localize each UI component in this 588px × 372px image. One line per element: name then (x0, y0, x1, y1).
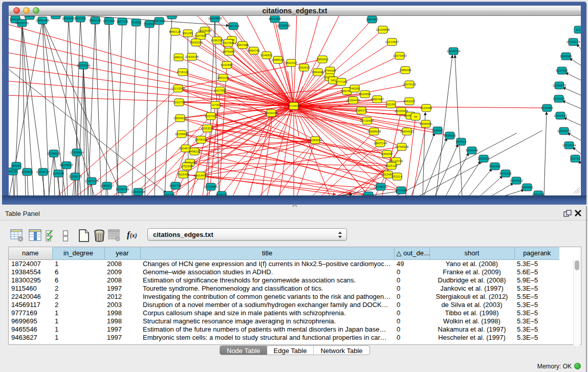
svg-text:8878334: 8878334 (195, 138, 207, 141)
svg-text:98901: 98901 (175, 56, 183, 59)
svg-text:12923468: 12923468 (132, 190, 145, 193)
svg-text:44: 44 (414, 115, 418, 118)
svg-text:8427552: 8427552 (214, 89, 226, 92)
svg-text:9657791: 9657791 (169, 184, 182, 187)
svg-text:90975887: 90975887 (60, 164, 74, 167)
svg-text:7955812: 7955812 (316, 58, 329, 61)
svg-text:7386372: 7386372 (355, 109, 367, 112)
svg-text:2654235: 2654235 (166, 16, 178, 17)
svg-text:16543382: 16543382 (189, 41, 203, 44)
svg-text:7632621: 7632621 (489, 165, 501, 168)
svg-text:10653267: 10653267 (62, 17, 76, 20)
svg-text:17359924: 17359924 (70, 151, 84, 154)
svg-text:10688609: 10688609 (367, 130, 381, 133)
svg-text:751552: 751552 (131, 21, 142, 24)
svg-text:4752553: 4752553 (181, 165, 193, 168)
svg-text:7485063: 7485063 (399, 69, 411, 72)
svg-text:8495931: 8495931 (362, 194, 375, 195)
svg-text:1010755: 1010755 (173, 101, 185, 104)
svg-text:9115460: 9115460 (421, 106, 433, 110)
svg-text:16914479: 16914479 (194, 174, 208, 177)
svg-text:2367608: 2367608 (236, 43, 249, 47)
svg-text:7857224: 7857224 (227, 25, 239, 28)
svg-text:9777169: 9777169 (335, 80, 347, 83)
svg-text:746266: 746266 (350, 87, 360, 90)
svg-text:8990448: 8990448 (312, 71, 324, 74)
svg-text:20891406: 20891406 (36, 19, 50, 22)
svg-text:19055721: 19055721 (15, 21, 29, 25)
svg-text:22420046: 22420046 (185, 55, 199, 58)
svg-text:6966160: 6966160 (89, 19, 101, 22)
svg-text:8875685: 8875685 (223, 50, 235, 53)
svg-text:9327505: 9327505 (194, 34, 207, 37)
svg-text:12975115: 12975115 (403, 83, 417, 86)
svg-text:15716485: 15716485 (204, 185, 218, 188)
svg-text:8186328: 8186328 (211, 39, 223, 42)
svg-text:585061: 585061 (11, 164, 22, 167)
svg-text:12093873: 12093873 (553, 84, 567, 87)
svg-text:0341316: 0341316 (532, 193, 545, 195)
svg-text:12213967: 12213967 (385, 40, 399, 43)
svg-text:1145194: 1145194 (53, 172, 65, 175)
svg-text:1667135: 1667135 (116, 20, 128, 23)
svg-text:19756928: 19756928 (395, 145, 409, 148)
svg-text:9242848: 9242848 (221, 63, 233, 67)
svg-text:11700: 11700 (211, 103, 220, 106)
svg-text:16210643: 16210643 (554, 114, 568, 117)
svg-text:3624554: 3624554 (359, 93, 371, 96)
svg-text:8637940: 8637940 (153, 19, 165, 23)
svg-text:19654925: 19654925 (173, 117, 187, 120)
svg-text:18807249: 18807249 (374, 142, 387, 145)
svg-text:18300295: 18300295 (265, 112, 278, 115)
svg-text:5498222: 5498222 (188, 150, 201, 153)
svg-text:8267110: 8267110 (205, 115, 217, 118)
svg-text:9327505: 9327505 (222, 41, 234, 45)
svg-text:1161559: 1161559 (163, 193, 176, 195)
svg-text:19654923: 19654923 (400, 130, 414, 133)
svg-text:1071915: 1071915 (103, 19, 115, 23)
svg-text:16154808: 16154808 (376, 28, 390, 31)
svg-text:8860124: 8860124 (169, 30, 181, 33)
svg-text:9329966: 9329966 (560, 55, 572, 58)
svg-text:1615132: 1615132 (385, 164, 398, 167)
svg-text:17016504: 17016504 (562, 144, 576, 147)
svg-text:20364436: 20364436 (346, 99, 360, 102)
svg-text:2087682: 2087682 (366, 18, 378, 21)
svg-text:687919: 687919 (456, 140, 467, 143)
svg-text:16782759: 16782759 (116, 188, 129, 191)
svg-text:8454749: 8454749 (248, 49, 260, 52)
svg-text:8215955: 8215955 (541, 106, 553, 110)
svg-text:20053346: 20053346 (77, 64, 91, 67)
svg-text:10654112: 10654112 (510, 179, 524, 182)
svg-text:164095: 164095 (432, 129, 443, 132)
svg-text:9245652: 9245652 (521, 186, 533, 189)
svg-text:9146821: 9146821 (260, 54, 273, 57)
svg-text:1362615: 1362615 (298, 66, 310, 69)
svg-text:1156829: 1156829 (21, 170, 34, 173)
svg-text:1527602: 1527602 (74, 17, 86, 20)
svg-text:10807487: 10807487 (371, 98, 384, 101)
svg-text:19384554: 19384554 (309, 139, 322, 142)
svg-text:12942737: 12942737 (36, 170, 50, 173)
svg-text:12505135: 12505135 (69, 175, 82, 178)
svg-text:17957225: 17957225 (85, 180, 99, 183)
svg-text:8938923: 8938923 (444, 134, 456, 137)
svg-text:7515526: 7515526 (143, 23, 156, 26)
svg-text:9474444: 9474444 (466, 149, 478, 152)
svg-text:13353594: 13353594 (201, 127, 214, 130)
svg-text:10973493: 10973493 (393, 54, 407, 57)
svg-text:9463627: 9463627 (403, 100, 416, 103)
svg-text:15720407: 15720407 (360, 119, 374, 122)
svg-text:20206526: 20206526 (47, 152, 61, 155)
svg-text:18724007: 18724007 (287, 104, 301, 107)
svg-text:3389083: 3389083 (50, 16, 62, 17)
svg-text:10958117: 10958117 (100, 184, 114, 187)
svg-text:14136141: 14136141 (374, 185, 388, 188)
svg-text:1733426: 1733426 (395, 189, 407, 192)
svg-text:9084067: 9084067 (381, 152, 393, 156)
svg-text:252214: 252214 (392, 175, 403, 178)
svg-text:2803144: 2803144 (217, 76, 229, 79)
svg-text:62160: 62160 (387, 103, 396, 106)
svg-text:15751074: 15751074 (567, 40, 580, 43)
svg-text:2933514: 2933514 (477, 157, 490, 160)
